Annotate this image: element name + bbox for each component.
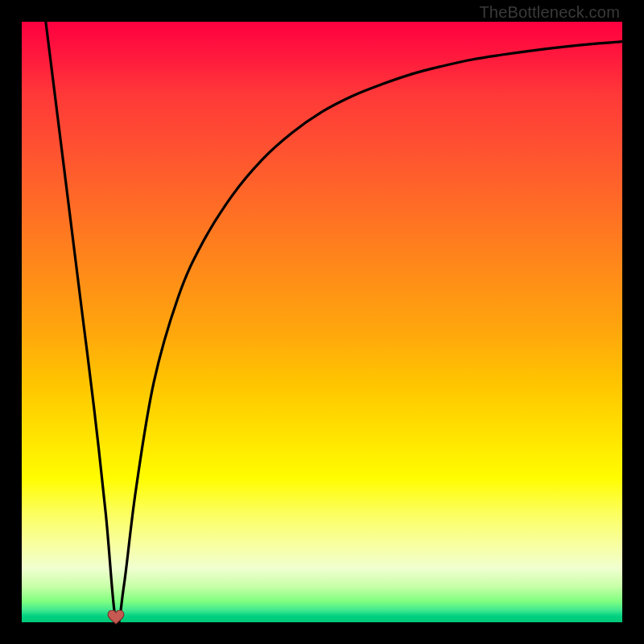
minimum-marker-heart-icon <box>107 610 125 625</box>
plot-area <box>22 22 622 622</box>
attribution-watermark: TheBottleneck.com <box>479 3 620 22</box>
bottleneck-curve <box>22 22 622 622</box>
chart-frame <box>22 22 622 622</box>
